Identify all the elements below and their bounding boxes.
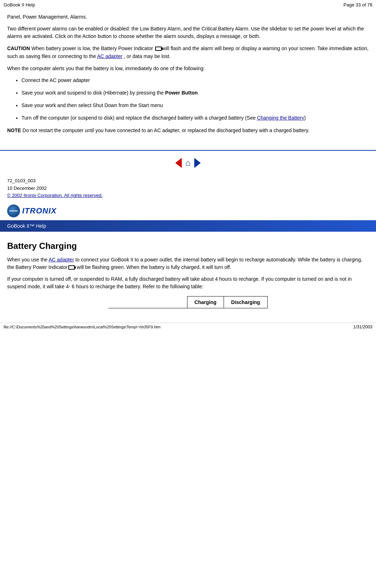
table-empty-header [108,297,187,308]
power-button-label: Power Button [165,90,198,96]
top-bar: GoBook II Help Page 33 of 76 [0,0,376,10]
main-content: Panel, Power Management, Alarms. Two dif… [0,10,376,144]
bullet-text-1: Connect the AC power adapter [21,77,90,83]
bullet-list: Connect the AC power adapter Save your w… [21,77,369,122]
table-discharging-header: Discharging [224,297,268,308]
list-item: Connect the AC power adapter [21,77,369,84]
battery-section: Battery Charging When you use the AC ada… [0,232,376,312]
charging-table: Charging Discharging [108,296,268,308]
table-header-row: Charging Discharging [108,297,267,308]
document-id: 72_0103_003 [7,177,369,185]
logo-globe-icon [7,204,20,217]
gobook-banner: GoBook II™ Help [0,220,376,232]
footer-info: 72_0103_003 10 December 2002 © 2002 Itro… [0,175,376,202]
nav-home-icon[interactable]: ⌂ [185,158,191,168]
battery-p1-start: When you use the [7,257,49,262]
logo-text: ITRONIX [22,206,57,216]
battery-paragraph1: When you use the AC adapter to connect y… [7,256,369,271]
itronix-brand-text: ITRONIX [22,206,57,215]
note-block: NOTE Do not restart the computer until y… [7,127,369,134]
bullet-text-3: Save your work and then select Shut Down… [21,102,163,108]
battery-p1-end: will be flashing green. When the battery… [75,264,231,270]
table-charging-header: Charging [187,297,224,308]
section-title: Battery Charging [7,241,369,251]
caution-text3: , or data may be lost. [122,53,171,59]
battery-icon-2 [68,265,75,270]
paragraph2: When the computer alerts you that the ba… [7,65,369,72]
caution-label: CAUTION [7,45,30,51]
list-item: Turn off the computer (or suspend to dis… [21,114,369,122]
changing-battery-link[interactable]: Changing the Battery [257,115,304,121]
ac-adapter-link-battery[interactable]: AC adapter [49,257,74,262]
logo-area: ITRONIX [0,202,376,220]
bottom-date: 1/31/2003 [353,324,372,329]
ac-adapter-link-caution[interactable]: AC adapter [97,53,122,59]
nav-icons: ⌂ [0,158,376,168]
charging-table-container: Charging Discharging [7,296,369,308]
app-title: GoBook II Help [4,2,35,8]
bullet-text-2: Save your work and suspend to disk (Hibe… [21,90,198,96]
divider-blue [0,150,376,151]
file-path: file://C:\Documents%20and%20Settings\har… [4,325,161,329]
nav-back-icon[interactable] [175,158,182,168]
bottom-bar: file://C:\Documents%20and%20Settings\har… [0,323,376,331]
list-item: Save your work and suspend to disk (Hibe… [21,89,369,97]
footer-date: 10 December 2002 [7,185,369,192]
battery-paragraph2: If your computer is turned off, or suspe… [7,275,369,290]
battery-icon [155,47,162,51]
page-info: Page 33 of 76 [343,2,372,8]
intro-text: Panel, Power Management, Alarms. [7,13,369,21]
list-item: Save your work and then select Shut Down… [21,102,369,109]
itronix-logo: ITRONIX [7,204,57,217]
note-label: NOTE [7,127,21,133]
bullet-text-4: Turn off the computer (or suspend to dis… [21,115,306,121]
note-text: Do not restart the computer until you ha… [21,127,309,133]
gobook-label: GoBook II™ Help [7,223,46,229]
nav-forward-icon[interactable] [194,158,201,168]
caution-text1: When battery power is low, the Battery P… [30,45,155,51]
copyright-link[interactable]: © 2002 Itronix Corporation. All rights r… [7,193,103,198]
paragraph1: Two different power alarms can be enable… [7,25,369,40]
caution-block: CAUTION When battery power is low, the B… [7,44,369,61]
